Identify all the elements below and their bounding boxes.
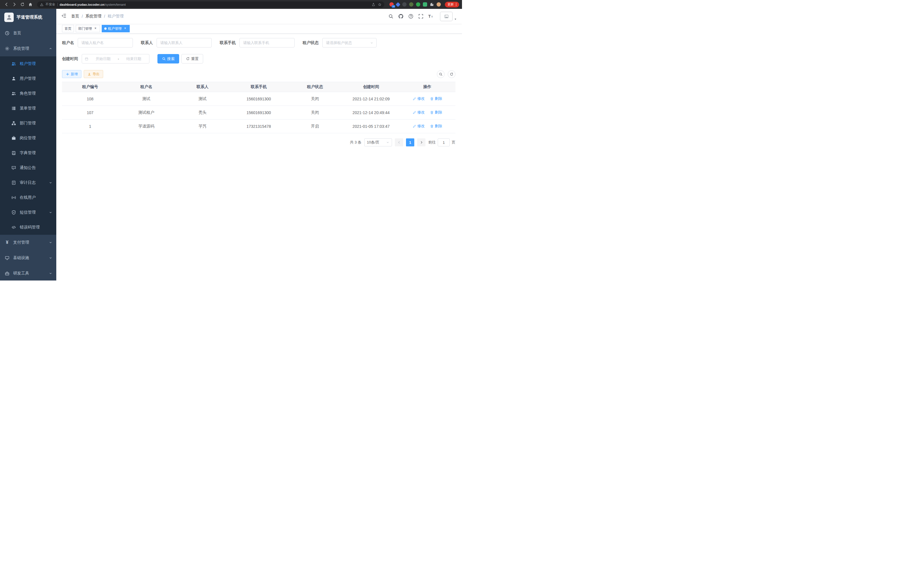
extension-olive[interactable] (409, 2, 413, 7)
toggle-search-button[interactable] (437, 70, 445, 78)
sidebar-item[interactable]: 系统管理 (0, 41, 56, 56)
extension-green-square[interactable] (423, 2, 427, 7)
sidebar-item[interactable]: 错误码管理 (0, 220, 56, 235)
errcode-icon (11, 225, 16, 230)
date-start-placeholder: 开始日期 (91, 56, 116, 62)
phone-input[interactable] (239, 38, 295, 47)
tab[interactable]: 首页 (62, 25, 74, 32)
sidebar-collapse-button[interactable] (62, 13, 67, 20)
tab-label: 租户管理 (108, 26, 122, 31)
star-icon[interactable] (378, 3, 381, 6)
tenant-table: 租户编号租户名联系人联系手机租户状态创建时间操作 108测试测试15601691… (62, 82, 455, 133)
sidebar-item[interactable]: 首页 (0, 26, 56, 41)
close-icon[interactable]: × (123, 27, 127, 31)
forward-button[interactable] (11, 1, 18, 8)
docs-help-button[interactable] (408, 14, 413, 19)
goto-page: 前往 页 (428, 138, 455, 146)
sidebar-item[interactable]: 审计日志 (0, 175, 56, 190)
table-toolbar: 新增 导出 (62, 70, 455, 78)
add-button[interactable]: 新增 (62, 70, 81, 78)
search-button[interactable]: 搜索 (158, 54, 179, 63)
sidebar-item-label: 基础设施 (13, 255, 45, 260)
tab[interactable]: 部门管理× (76, 25, 100, 32)
delete-link[interactable]: 删除 (430, 123, 442, 129)
profile-avatar[interactable] (436, 2, 441, 7)
sidebar-item[interactable]: 通知公告 (0, 160, 56, 175)
contact-input[interactable] (157, 38, 212, 47)
breadcrumb-item[interactable]: 系统管理 (86, 14, 101, 19)
filter-tenant-name: 租户名 (62, 38, 133, 47)
url-bar[interactable]: 不安全 dashboard.yudao.iocoder.cn/system/te… (37, 2, 384, 8)
github-button[interactable] (398, 14, 404, 19)
delete-link[interactable]: 删除 (430, 96, 442, 101)
logo-row[interactable]: 芋道管理系统 (0, 9, 56, 26)
refresh-table-button[interactable] (448, 70, 455, 78)
extension-blue-diamond[interactable] (396, 2, 400, 7)
reset-button[interactable]: 重置 (182, 54, 203, 63)
sidebar-item[interactable]: 基础设施 (0, 250, 56, 266)
extension-green[interactable] (416, 2, 420, 7)
reload-button[interactable] (19, 1, 26, 8)
delete-link[interactable]: 删除 (430, 110, 442, 115)
home-button[interactable] (27, 1, 34, 8)
date-range-picker[interactable]: 开始日期 - 结束日期 (82, 54, 149, 63)
page-size-select[interactable]: 10条/页 (364, 138, 392, 146)
sidebar-item[interactable]: 租户管理 (0, 56, 56, 71)
sidebar-item[interactable]: 在线用户 (0, 190, 56, 205)
arrow-left-icon (398, 141, 401, 144)
share-icon[interactable] (372, 3, 375, 6)
edit-icon (412, 97, 416, 101)
sidebar-item[interactable]: 字典管理 (0, 146, 56, 160)
edit-link[interactable]: 修改 (412, 123, 425, 129)
font-size-button[interactable]: TT (428, 14, 434, 19)
breadcrumb-item[interactable]: 首页 (71, 14, 79, 19)
tab[interactable]: 租户管理× (102, 25, 130, 32)
close-icon[interactable]: × (93, 27, 98, 31)
delete-icon (430, 97, 434, 101)
sidebar-item[interactable]: 岗位管理 (0, 131, 56, 146)
status-select[interactable]: 请选择租户状态 (322, 38, 376, 47)
extension-badge: 10 (392, 5, 395, 8)
export-button[interactable]: 导出 (84, 70, 103, 78)
sidebar-item[interactable]: 角色管理 (0, 86, 56, 101)
sidebar-item[interactable]: 菜单管理 (0, 101, 56, 116)
table-row: 1芋道源码芋艿17321315478开启2021-01-05 17:03:47修… (62, 120, 455, 133)
sidebar-item[interactable]: 用户管理 (0, 71, 56, 86)
filter-row-2: 创建时间 开始日期 - 结束日期 搜索 (62, 54, 455, 63)
extension-dark[interactable] (402, 2, 406, 7)
svg-text:T: T (431, 15, 433, 18)
prev-page-button[interactable] (395, 138, 403, 146)
page-number-button[interactable]: 1 (406, 138, 414, 146)
extensions-puzzle[interactable] (430, 2, 434, 7)
header-search-button[interactable] (388, 14, 393, 19)
sidebar-item-label: 在线用户 (20, 195, 52, 200)
update-button[interactable]: 更新 (445, 2, 459, 8)
fullscreen-button[interactable] (418, 14, 423, 19)
sidebar-item[interactable]: 部门管理 (0, 116, 56, 131)
avatar (440, 12, 453, 21)
edit-link[interactable]: 修改 (412, 96, 425, 101)
sidebar-item[interactable]: 研发工具 (0, 266, 56, 281)
phone-label: 联系手机 (220, 40, 236, 45)
sidebar-item-label: 审计日志 (20, 180, 45, 185)
cell-contact: 芋艿 (174, 120, 231, 133)
sidebar-item[interactable]: 短信管理 (0, 205, 56, 220)
sidebar-item[interactable]: ¥支付管理 (0, 235, 56, 250)
goto-page-input[interactable] (438, 138, 450, 146)
extension-adblock[interactable]: 10 (389, 2, 394, 7)
sidebar: 芋道管理系统 首页系统管理租户管理用户管理角色管理菜单管理部门管理岗位管理字典管… (0, 9, 56, 281)
chevron-down-icon (49, 241, 52, 244)
sidebar-item-label: 错误码管理 (20, 225, 52, 230)
chevron-down-icon (49, 272, 52, 275)
tenant-name-input[interactable] (78, 38, 133, 47)
next-page-button[interactable] (417, 138, 425, 146)
cell-contact: 秃头 (174, 106, 231, 120)
edit-link[interactable]: 修改 (412, 110, 425, 115)
edit-icon (412, 124, 416, 128)
back-button[interactable] (3, 1, 10, 8)
user-avatar-menu[interactable] (440, 12, 457, 21)
notice-bubble-icon (11, 165, 16, 170)
online-signal-icon (11, 195, 16, 200)
forward-icon (12, 2, 16, 7)
update-label: 更新 (447, 2, 454, 7)
